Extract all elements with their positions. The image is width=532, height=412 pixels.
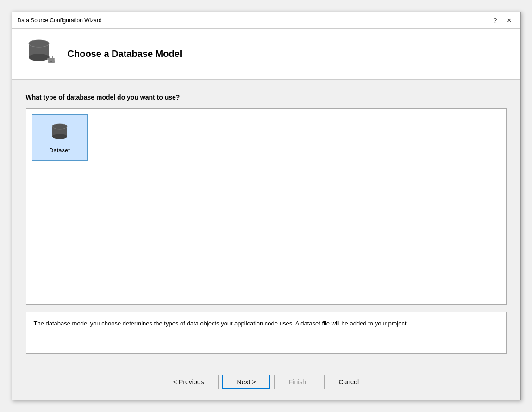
previous-button[interactable]: < Previous: [159, 375, 219, 389]
header-section: Choose a Database Model: [12, 29, 520, 80]
model-item-dataset[interactable]: Dataset: [32, 114, 88, 161]
help-button[interactable]: ?: [491, 16, 500, 25]
model-item-dataset-label: Dataset: [49, 147, 70, 154]
close-button[interactable]: ✕: [504, 16, 515, 25]
cancel-button[interactable]: Cancel: [324, 375, 373, 389]
finish-button[interactable]: Finish: [274, 375, 320, 389]
svg-rect-5: [49, 56, 50, 58]
svg-point-2: [29, 54, 49, 61]
next-button[interactable]: Next >: [222, 375, 271, 389]
database-wizard-icon: [26, 38, 58, 68]
title-bar: Data Source Configuration Wizard ? ✕: [12, 12, 520, 29]
svg-rect-4: [47, 58, 55, 60]
dialog-title: Data Source Configuration Wizard: [18, 17, 102, 24]
content-section: What type of database model do you want …: [12, 80, 520, 363]
svg-point-8: [50, 61, 52, 62]
dataset-icon: [49, 122, 71, 144]
svg-rect-6: [52, 56, 53, 58]
dialog-window: Data Source Configuration Wizard ? ✕: [12, 12, 521, 400]
footer-section: < Previous Next > Finish Cancel: [12, 363, 520, 400]
description-box: The database model you choose determines…: [26, 312, 507, 354]
page-title: Choose a Database Model: [68, 49, 182, 59]
svg-point-11: [52, 134, 67, 139]
title-bar-controls: ? ✕: [491, 16, 515, 25]
question-label: What type of database model do you want …: [26, 94, 507, 101]
header-icon: [26, 38, 58, 70]
model-grid: Dataset: [26, 108, 507, 305]
